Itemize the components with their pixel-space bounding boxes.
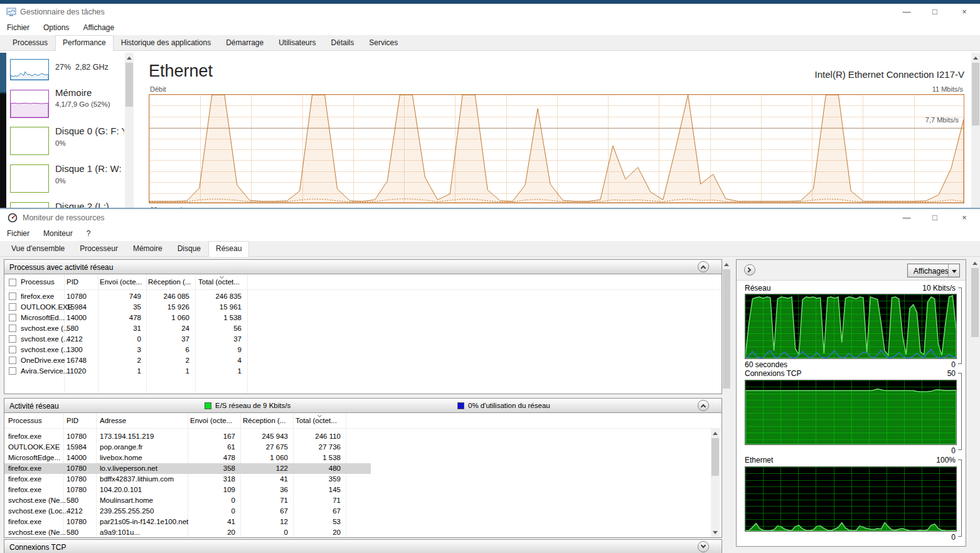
panel-title: Activité réseau <box>9 402 59 411</box>
cell-envoi: 318 <box>186 475 235 483</box>
left-region-scrollbar[interactable] <box>722 259 731 553</box>
scrollbar-thumb[interactable] <box>723 269 730 389</box>
collapse-panel-button[interactable] <box>698 400 709 411</box>
table-row[interactable]: svchost.exe (Loc...4212239.255.255.25006… <box>4 506 707 517</box>
tab-demarrage[interactable]: Démarrage <box>218 35 271 50</box>
table-row[interactable]: firefox.exe10780104.20.0.10110936145 <box>4 485 707 495</box>
maximize-button[interactable]: □ <box>925 5 944 19</box>
menu-fichier[interactable]: Fichier <box>0 229 36 238</box>
row-checkbox[interactable] <box>9 346 16 353</box>
window-scrollbar[interactable] <box>971 258 979 553</box>
tab-details[interactable]: Détails <box>324 35 362 50</box>
table-row[interactable]: svchost.exe (Ne...580a9a9:101u...20020 <box>4 527 707 538</box>
tab-services[interactable]: Services <box>361 35 405 50</box>
scroll-up-icon[interactable] <box>127 56 132 60</box>
table-row[interactable]: svchost.exe (...421203737 <box>4 334 722 345</box>
views-dropdown-button[interactable]: Affichages <box>907 264 960 277</box>
activity-panel-header[interactable]: Activité réseau E/S réseau de 9 Kbits/s … <box>4 398 722 413</box>
menu-aide[interactable]: ? <box>80 229 98 238</box>
row-checkbox[interactable] <box>9 303 16 311</box>
scroll-up-icon[interactable] <box>713 432 718 435</box>
cell-reception: 24 <box>142 325 189 332</box>
menu-affichage[interactable]: Affichage <box>76 23 121 32</box>
menu-fichier[interactable]: Fichier <box>0 23 36 32</box>
collapse-graphs-button[interactable] <box>744 264 755 276</box>
row-checkbox[interactable] <box>9 357 16 364</box>
reseau-graph-sub-row: 60 secondes 0 <box>745 360 956 369</box>
column-header-total[interactable]: Total (octet... <box>296 417 337 424</box>
row-checkbox[interactable] <box>9 293 16 300</box>
scrollbar-thumb[interactable] <box>711 438 719 476</box>
table-row[interactable]: firefox.exe10780749246 085246 835 <box>4 291 722 302</box>
table-row[interactable]: svchost.exe (Ne...580Moulinsart.home0717… <box>4 495 707 506</box>
column-header-envoi[interactable]: Envoi (octe... <box>100 278 142 286</box>
tab-historique[interactable]: Historique des applications <box>114 35 218 50</box>
column-header-reception[interactable]: Réception (... <box>243 417 285 424</box>
minimize-button[interactable]: — <box>897 211 916 225</box>
activity-table-scrollbar[interactable] <box>711 429 720 537</box>
menu-options[interactable]: Options <box>36 23 76 32</box>
column-header-reception[interactable]: Réception (... <box>148 278 191 286</box>
table-row[interactable]: MicrosoftEdge...14000livebox.home4781 06… <box>4 453 707 463</box>
row-checkbox[interactable] <box>9 314 16 321</box>
scrollbar-thumb[interactable] <box>125 63 133 107</box>
close-button[interactable]: × <box>955 211 974 225</box>
column-header-processus[interactable]: Processus <box>8 417 42 424</box>
row-checkbox[interactable] <box>9 367 16 375</box>
tab-processeur[interactable]: Processeur <box>72 241 125 256</box>
row-checkbox[interactable] <box>9 325 16 332</box>
cell-pid: 15984 <box>67 443 95 451</box>
maximize-button[interactable]: □ <box>925 211 944 225</box>
sidebar-scrollbar[interactable] <box>125 53 134 208</box>
table-row[interactable]: OUTLOOK.EXE159843515 92615 961 <box>4 302 722 313</box>
column-header-processus[interactable]: Processus <box>21 278 55 286</box>
column-header-adresse[interactable]: Adresse <box>100 417 126 424</box>
column-header-envoi[interactable]: Envoi (octe... <box>190 417 232 424</box>
cell-processus: Avira.Service... <box>21 367 66 375</box>
tab-processus[interactable]: Processus <box>5 35 55 50</box>
cell-processus: firefox.exe <box>8 518 63 525</box>
main-pane-scrollbar[interactable] <box>971 53 980 208</box>
tab-disque[interactable]: Disque <box>170 241 208 256</box>
column-header-pid[interactable]: PID <box>67 278 78 286</box>
resource-monitor-titlebar[interactable]: Moniteur de ressources — □ × <box>0 210 980 226</box>
minimize-button[interactable]: — <box>897 5 916 19</box>
scroll-down-icon[interactable] <box>713 531 718 534</box>
table-row[interactable]: OneDrive.exe16748224 <box>4 355 722 366</box>
scrollbar-thumb[interactable] <box>971 268 979 337</box>
cell-total: 67 <box>292 507 341 515</box>
row-checkbox[interactable] <box>9 335 16 343</box>
cell-pid: 1300 <box>67 346 95 353</box>
column-header-pid[interactable]: PID <box>67 417 78 424</box>
column-header-total[interactable]: Total (octet... <box>198 278 240 286</box>
task-manager-titlebar[interactable]: Gestionnaire des tâches — □ × <box>0 4 980 20</box>
scroll-up-icon[interactable] <box>973 56 978 60</box>
tab-memoire[interactable]: Mémoire <box>125 241 170 256</box>
expand-panel-button[interactable] <box>698 541 709 552</box>
tab-reseau[interactable]: Réseau <box>208 241 249 257</box>
scroll-up-icon[interactable] <box>972 262 977 265</box>
table-row[interactable]: svchost.exe (...1300369 <box>4 345 722 355</box>
table-row[interactable]: svchost.exe (...580312456 <box>4 323 722 334</box>
tab-performance[interactable]: Performance <box>55 35 114 51</box>
select-all-checkbox[interactable] <box>9 279 16 286</box>
close-button[interactable]: × <box>955 5 974 19</box>
table-row[interactable]: Avira.Service...11020111 <box>4 366 722 377</box>
table-row[interactable]: OUTLOOK.EXE15984pop.orange.fr6127 67527 … <box>4 442 707 453</box>
table-row[interactable]: firefox.exe10780par21s05-in-f142.1e100.n… <box>4 517 707 527</box>
table-row[interactable]: firefox.exe10780lo.v.liveperson.net35812… <box>4 463 371 474</box>
table-row[interactable]: firefox.exe10780bdffx42837.lithium.com31… <box>4 474 707 485</box>
table-row[interactable]: MicrosoftEd...140004781 0601 538 <box>4 313 722 323</box>
resource-monitor-menubar: Fichier Moniteur ? <box>0 226 980 241</box>
tab-vue-densemble[interactable]: Vue d'ensemble <box>4 241 72 256</box>
table-row[interactable]: firefox.exe10780173.194.151.219167245 94… <box>4 431 707 442</box>
scrollbar-thumb[interactable] <box>972 63 979 126</box>
tab-utilisateurs[interactable]: Utilisateurs <box>271 35 323 50</box>
scroll-up-icon[interactable] <box>724 263 729 266</box>
cell-envoi: 41 <box>186 518 235 525</box>
process-panel-header[interactable]: Processus avec activité réseau <box>4 259 722 274</box>
cell-adresse: Moulinsart.home <box>100 497 186 504</box>
menu-moniteur[interactable]: Moniteur <box>36 229 80 238</box>
tcp-panel-header[interactable]: Connexions TCP <box>4 539 722 553</box>
collapse-panel-button[interactable] <box>698 261 709 272</box>
